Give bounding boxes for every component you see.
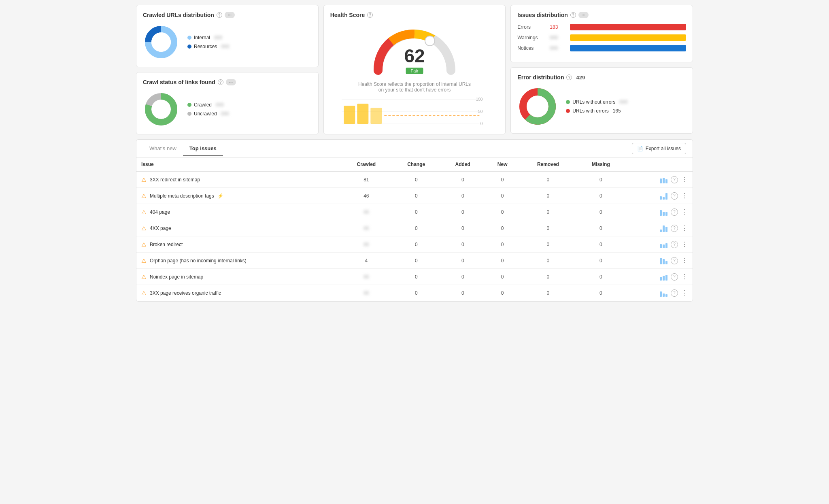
error-dist-title: Error distribution ? 429 <box>517 74 686 81</box>
added-cell: 0 <box>441 253 485 269</box>
sparkline-svg: 100 50 0 <box>330 98 499 126</box>
mini-bar-col-2 <box>663 197 665 200</box>
issues-dist-help-icon[interactable]: ? <box>570 12 576 18</box>
mini-bar-col-2 <box>663 178 665 183</box>
more-options-icon[interactable]: ⋮ <box>681 192 688 200</box>
more-options-icon[interactable]: ⋮ <box>681 289 688 297</box>
new-cell: 0 <box>485 220 520 236</box>
error-dist-legend: URLs without errors 000 URLs with errors… <box>566 99 627 114</box>
issue-name: Noindex page in sitemap <box>150 274 203 280</box>
internal-dot <box>187 36 191 40</box>
change-cell: 0 <box>392 220 441 236</box>
mini-bar-col-1 <box>660 291 662 297</box>
issue-name-cell[interactable]: ⚠ 404 page <box>136 204 341 220</box>
legend-without-errors: URLs without errors 000 <box>566 99 627 105</box>
tab-top-issues[interactable]: Top issues <box>183 141 223 156</box>
tab-whats-new[interactable]: What's new <box>143 141 183 156</box>
crawled-cell: 00 <box>341 236 392 253</box>
error-dist-help-icon[interactable]: ? <box>566 74 572 80</box>
issue-name: 3XX page receives organic traffic <box>150 290 221 296</box>
mini-bar <box>660 289 667 297</box>
crawled-urls-donut <box>143 24 179 60</box>
mini-bar-col-2 <box>663 225 665 232</box>
svg-rect-14 <box>344 106 355 124</box>
actions-cell: ? ⋮ <box>625 188 693 204</box>
lightning-icon: ⚡ <box>217 193 223 199</box>
without-errors-value: 000 <box>619 99 627 105</box>
crawl-status-help-icon[interactable]: ? <box>218 79 223 85</box>
help-icon[interactable]: ? <box>671 257 678 264</box>
more-options-icon[interactable]: ⋮ <box>681 240 688 248</box>
help-icon[interactable]: ? <box>671 208 678 216</box>
more-options-icon[interactable]: ⋮ <box>681 176 688 183</box>
health-score-description: Health Score reflects the proportion of … <box>358 81 471 93</box>
actions-cell: ? ⋮ <box>625 236 693 253</box>
issue-name-cell[interactable]: ⚠ Broken redirect <box>136 236 341 253</box>
added-cell: 0 <box>441 172 485 188</box>
crawled-cell: 00 <box>341 220 392 236</box>
health-score-help-icon[interactable]: ? <box>367 12 373 18</box>
mini-bar <box>660 176 667 183</box>
crawl-status-legend: Crawled 000 Uncrawled 000 <box>187 102 229 117</box>
table-row: ⚠ 404 page 00 0 0 0 0 0 ? ⋮ <box>136 204 693 220</box>
help-icon[interactable]: ? <box>671 273 678 281</box>
crawled-cell: 46 <box>341 188 392 204</box>
mini-bar-col-2 <box>663 245 665 248</box>
issue-name-cell[interactable]: ⚠ Multiple meta description tags ⚡ <box>136 188 341 204</box>
missing-cell: 0 <box>576 253 625 269</box>
issue-name-cell[interactable]: ⚠ Orphan page (has no incoming internal … <box>136 253 341 269</box>
added-cell: 0 <box>441 236 485 253</box>
more-options-icon[interactable]: ⋮ <box>681 257 688 264</box>
svg-text:0: 0 <box>480 121 483 126</box>
help-icon[interactable]: ? <box>671 241 678 248</box>
removed-cell: 0 <box>520 285 576 301</box>
mini-bar-col-2 <box>663 259 665 264</box>
issues-dist-title: Issues distribution ? ··· <box>517 12 686 18</box>
mini-bar-col-3 <box>665 275 667 281</box>
help-icon[interactable]: ? <box>671 289 678 297</box>
crawled-cell: 00 <box>341 269 392 285</box>
issue-name-cell[interactable]: ⚠ 4XX page <box>136 220 341 236</box>
issue-name: 4XX page <box>150 225 171 231</box>
crawled-cell: 00 <box>341 204 392 220</box>
errors-bar <box>570 24 686 30</box>
crawled-urls-help-icon[interactable]: ? <box>217 12 222 18</box>
without-errors-dot <box>566 100 570 104</box>
issues-dist-row-notices: Notices 000 <box>517 45 686 51</box>
table-row: ⚠ 4XX page 00 0 0 0 0 0 ? ⋮ <box>136 220 693 236</box>
mini-bar-col-3 <box>665 243 667 248</box>
legend-internal: Internal 000 <box>187 35 229 40</box>
help-icon[interactable]: ? <box>671 225 678 232</box>
sparkline-area: 100 50 0 <box>330 98 499 126</box>
help-icon[interactable]: ? <box>671 192 678 200</box>
new-cell: 0 <box>485 253 520 269</box>
export-all-issues-button[interactable]: 📄 Export all issues <box>632 143 686 154</box>
more-options-icon[interactable]: ⋮ <box>681 273 688 281</box>
help-icon[interactable]: ? <box>671 176 678 183</box>
col-missing: Missing <box>576 157 625 172</box>
change-cell: 0 <box>392 269 441 285</box>
crawl-status-donut-section: Crawled 000 Uncrawled 000 <box>143 91 312 128</box>
mini-bar-col-3 <box>665 294 667 297</box>
mini-bar <box>660 225 667 232</box>
new-cell: 0 <box>485 269 520 285</box>
notices-count: 000 <box>550 45 566 51</box>
crawled-urls-card: Crawled URLs distribution ? ··· <box>136 5 319 67</box>
uncrawled-value: 000 <box>221 111 229 117</box>
internal-value: 000 <box>214 35 222 40</box>
issue-name-cell[interactable]: ⚠ 3XX page receives organic traffic <box>136 285 341 301</box>
crawled-urls-legend: Internal 000 Resources 000 <box>187 35 229 49</box>
issues-dist-rows: Errors 183 Warnings 000 Notices 000 <box>517 24 686 51</box>
issue-name-cell[interactable]: ⚠ Noindex page in sitemap <box>136 269 341 285</box>
more-options-icon[interactable]: ⋮ <box>681 208 688 216</box>
change-cell: 0 <box>392 204 441 220</box>
mini-bar <box>660 241 667 248</box>
table-row: ⚠ Orphan page (has no incoming internal … <box>136 253 693 269</box>
actions-cell: ? ⋮ <box>625 220 693 236</box>
mini-bar-col-2 <box>663 212 665 216</box>
health-score-badge: Fair <box>406 68 423 74</box>
issue-name: Broken redirect <box>150 242 183 247</box>
warnings-bar <box>570 34 686 41</box>
more-options-icon[interactable]: ⋮ <box>681 224 688 232</box>
issue-name-cell[interactable]: ⚠ 3XX redirect in sitemap <box>136 172 341 188</box>
